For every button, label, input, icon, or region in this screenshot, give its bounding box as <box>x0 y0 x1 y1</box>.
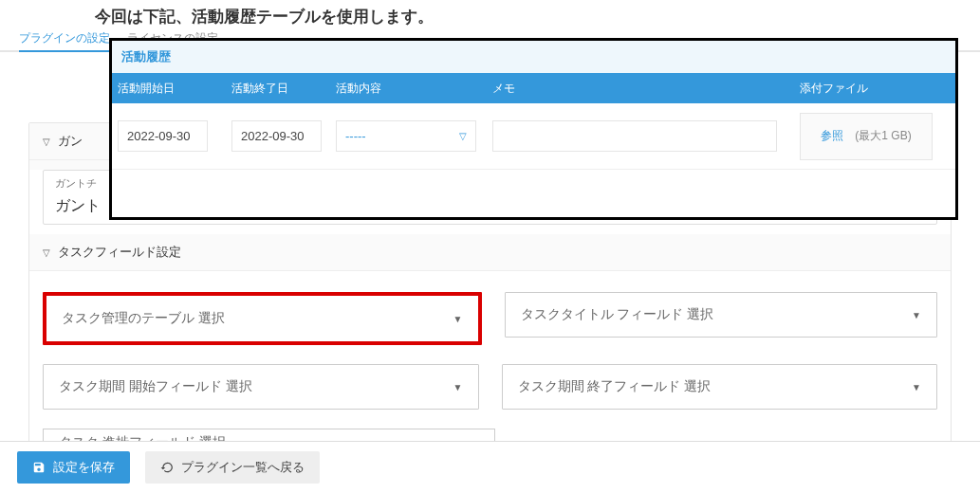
task-title-select[interactable]: タスクタイトル フィールド 選択 ▼ <box>505 292 938 338</box>
footer-bar: 設定を保存 プラグイン一覧へ戻る <box>0 441 980 493</box>
activity-history-table: 活動履歴 活動開始日 活動終了日 活動内容 メモ 添付ファイル 2022-09-… <box>109 38 958 220</box>
table-header-row: 活動開始日 活動終了日 活動内容 メモ 添付ファイル <box>112 73 955 103</box>
chevron-down-icon: ▽ <box>43 247 50 258</box>
task-end-select[interactable]: タスク期間 終了フィールド 選択 ▼ <box>502 364 938 410</box>
save-button[interactable]: 設定を保存 <box>17 451 130 484</box>
caret-down-icon: ▼ <box>453 314 463 324</box>
task-start-select-label: タスク期間 開始フィールド 選択 <box>59 378 252 395</box>
instruction-text: 今回は下記、活動履歴テーブルを使用します。 <box>95 6 980 27</box>
task-start-select[interactable]: タスク期間 開始フィールド 選択 ▼ <box>43 364 479 410</box>
col-header-start: 活動開始日 <box>112 81 226 97</box>
back-button-label: プラグイン一覧へ戻る <box>181 459 305 476</box>
task-table-select-label: タスク管理のテーブル 選択 <box>62 310 225 327</box>
save-icon <box>32 461 46 474</box>
file-attachment[interactable]: 参照 (最大1 GB) <box>800 113 933 160</box>
start-date-input[interactable]: 2022-09-30 <box>118 120 208 152</box>
caret-down-icon: ▼ <box>912 382 921 393</box>
content-select[interactable]: ----- ▽ <box>336 120 476 152</box>
end-date-input[interactable]: 2022-09-30 <box>231 120 322 152</box>
task-end-select-label: タスク期間 終了フィールド 選択 <box>518 378 712 395</box>
col-header-memo: メモ <box>487 81 781 97</box>
gantt-section-title: ガン <box>58 133 83 150</box>
caret-down-icon: ▼ <box>912 310 921 320</box>
chevron-down-icon: ▽ <box>459 131 467 141</box>
table-row: 2022-09-30 2022-09-30 ----- ▽ 参照 (最大1 GB… <box>112 103 955 170</box>
chevron-down-icon: ▽ <box>43 137 50 147</box>
table-title: 活動履歴 <box>112 41 955 73</box>
file-size-hint: (最大1 GB) <box>855 128 911 144</box>
history-icon <box>160 461 174 474</box>
task-table-select[interactable]: タスク管理のテーブル 選択 ▼ <box>43 292 482 345</box>
caret-down-icon: ▼ <box>453 382 463 393</box>
memo-input[interactable] <box>492 120 777 152</box>
task-section-header[interactable]: ▽ タスクフィールド設定 <box>29 234 951 271</box>
save-button-label: 設定を保存 <box>53 459 115 476</box>
col-header-end: 活動終了日 <box>226 81 330 97</box>
content-select-value: ----- <box>345 129 366 143</box>
task-title-select-label: タスクタイトル フィールド 選択 <box>521 306 714 323</box>
task-section-body: タスク管理のテーブル 選択 ▼ タスクタイトル フィールド 選択 ▼ タスク期間… <box>29 271 951 465</box>
task-section-title: タスクフィールド設定 <box>58 244 181 261</box>
tab-plugin-settings[interactable]: プラグインの設定 <box>19 30 110 52</box>
back-button[interactable]: プラグイン一覧へ戻る <box>145 451 320 484</box>
file-browse-link[interactable]: 参照 <box>821 128 843 144</box>
col-header-content: 活動内容 <box>330 81 487 97</box>
col-header-file: 添付ファイル <box>781 81 955 97</box>
